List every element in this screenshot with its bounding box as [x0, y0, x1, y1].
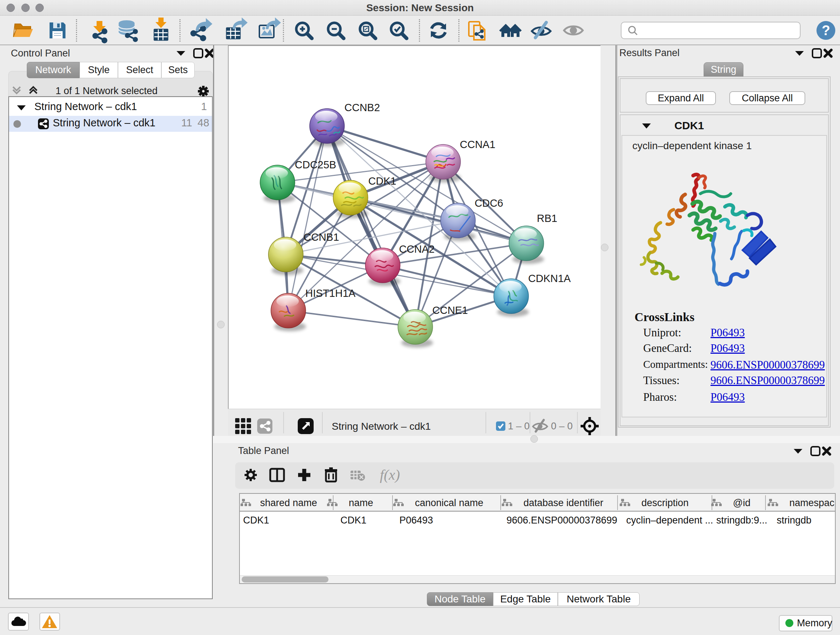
- svg-text:CDK1: CDK1: [368, 175, 396, 187]
- svg-text:1 – 0: 1 – 0: [508, 421, 530, 432]
- svg-text:f(x): f(x): [380, 467, 400, 483]
- svg-text:CDC25B: CDC25B: [295, 159, 336, 171]
- svg-text:shared name: shared name: [260, 497, 317, 508]
- svg-text:description: description: [641, 497, 689, 508]
- svg-text:CCNA2: CCNA2: [399, 243, 434, 255]
- svg-text:0 – 0: 0 – 0: [551, 421, 573, 432]
- svg-text:?: ?: [821, 23, 830, 38]
- svg-text:CCNB2: CCNB2: [344, 102, 380, 113]
- svg-text:CDKN1A: CDKN1A: [528, 272, 571, 284]
- svg-text:CCNE1: CCNE1: [432, 304, 468, 316]
- svg-text:name: name: [349, 497, 373, 508]
- svg-text:CCNA1: CCNA1: [460, 139, 495, 150]
- svg-text:CCNB1: CCNB1: [303, 231, 339, 243]
- svg-text:HIST1H1A: HIST1H1A: [305, 287, 355, 299]
- svg-text:String Network – cdk1: String Network – cdk1: [332, 421, 431, 432]
- svg-text:database identifier: database identifier: [523, 497, 603, 508]
- svg-text:canonical name: canonical name: [415, 497, 483, 508]
- svg-text:CDC6: CDC6: [475, 197, 503, 209]
- svg-text:namespac: namespac: [789, 497, 835, 508]
- svg-text:RB1: RB1: [537, 212, 557, 224]
- svg-text:@id: @id: [733, 497, 750, 508]
